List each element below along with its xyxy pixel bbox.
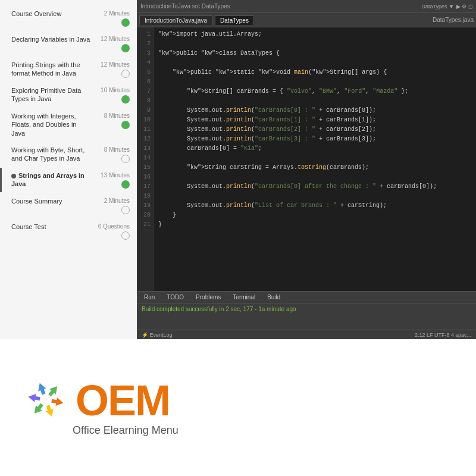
sidebar-item-course-overview[interactable]: Course Overview2 Minutes	[0, 6, 137, 30]
sidebar-item-declaring-variables[interactable]: Declaring Variables in Java12 Minutes	[0, 32, 137, 56]
sidebar-item-meta: 12 Minutes	[94, 35, 130, 52]
line-number: 14	[137, 154, 151, 163]
code-line: "kw">import java.util.Arrays;	[158, 30, 471, 39]
oem-brand-text: OEM	[76, 379, 170, 422]
sidebar-item-indicator	[121, 18, 130, 27]
sidebar-item-label: Course Summary	[11, 197, 94, 205]
sidebar-item-label: Declaring Variables in Java	[11, 35, 94, 43]
bottom-branding: OEM Office Elearning Menu	[0, 339, 476, 476]
toolbar-icons: ▶ ⚙ ◻	[456, 4, 472, 10]
sidebar-item-label: Working with Integers, Floats, and Doubl…	[11, 112, 94, 137]
line-number: 16	[137, 173, 151, 182]
line-number: 20	[137, 211, 151, 220]
bottom-tab-problems[interactable]: Problems	[192, 293, 224, 301]
sidebar-item-exploring-data-types[interactable]: Exploring Primitive Data Types in Java10…	[0, 83, 137, 107]
sidebar-item-duration: 2 Minutes	[104, 197, 130, 205]
top-section: Course Overview2 MinutesDeclaring Variab…	[0, 0, 476, 339]
sidebar-item-integers-floats[interactable]: Working with Integers, Floats, and Doubl…	[0, 108, 137, 141]
sidebar-item-label: Exploring Primitive Data Types in Java	[11, 86, 94, 104]
line-number: 13	[137, 144, 151, 154]
code-line: "kw">public "kw">class DataTypes {	[158, 49, 471, 58]
svg-marker-0	[36, 381, 48, 396]
sidebar-item-duration: 10 Minutes	[101, 86, 130, 94]
sidebar-item-meta: 2 Minutes	[94, 10, 130, 27]
sidebar-item-strings-arrays[interactable]: Strings and Arrays in Java13 Minutes	[0, 168, 137, 192]
svg-marker-2	[51, 397, 64, 407]
ide-breadcrumb: IntroductionToJava src DataTypes	[140, 3, 230, 10]
status-info: 2:12 LF UTF-8 4 spac...	[415, 332, 471, 338]
code-content[interactable]: "kw">import java.util.Arrays; "kw">publi…	[154, 27, 476, 291]
code-area[interactable]: 123456789101112131415161718192021 "kw">i…	[137, 27, 476, 291]
sidebar-item-char-types[interactable]: Working with Byte, Short, and Char Types…	[0, 142, 137, 167]
build-output: Build completed successfully in 2 sec, 1…	[137, 303, 476, 315]
code-line	[158, 39, 471, 49]
ide-tab-introductiontojava-java[interactable]: IntroductionToJava.java	[139, 15, 212, 25]
sidebar-item-indicator	[121, 70, 130, 78]
line-number: 4	[137, 58, 151, 68]
oem-tagline: Office Elearning Menu	[73, 424, 178, 437]
sidebar-item-label: Working with Byte, Short, and Char Types…	[11, 146, 94, 163]
code-line	[158, 77, 471, 87]
code-line: System.out.println("carBrands[0] after t…	[158, 182, 471, 192]
bottom-tab-run[interactable]: Run	[140, 293, 158, 301]
event-log: ⚡ EventLog	[142, 332, 173, 338]
course-sidebar: Course Overview2 MinutesDeclaring Variab…	[0, 0, 137, 339]
svg-marker-3	[44, 404, 56, 418]
code-line	[158, 154, 471, 163]
sidebar-item-duration: 13 Minutes	[101, 171, 130, 179]
sidebar-item-indicator	[121, 180, 130, 189]
sidebar-item-meta: 12 Minutes	[94, 61, 130, 78]
svg-marker-4	[31, 402, 45, 416]
sidebar-item-indicator	[121, 231, 130, 240]
code-line: System.out.println("carBrands[1] : " + c…	[158, 115, 471, 125]
line-number: 10	[137, 115, 151, 125]
sidebar-item-label: Course Test	[11, 223, 94, 231]
sidebar-item-duration: 8 Minutes	[104, 112, 130, 120]
context-dropdown[interactable]: DataTypes ▼	[422, 4, 454, 10]
code-line	[158, 96, 471, 106]
code-line: System.out.println("carBrands[2] : " + c…	[158, 125, 471, 134]
sidebar-item-meta: 10 Minutes	[94, 86, 130, 104]
ide-container: IntroductionToJava src DataTypes DataTyp…	[137, 0, 476, 339]
code-line: }	[158, 220, 471, 230]
oem-logo-container: OEM	[24, 379, 170, 422]
ide-bottom-panel: RunTODOProblemsTerminalBuild Build compl…	[137, 291, 476, 330]
line-number: 9	[137, 106, 151, 115]
sidebar-item-meta: 8 Minutes	[94, 146, 130, 163]
line-number: 21	[137, 220, 151, 230]
line-number: 17	[137, 182, 151, 192]
sidebar-item-indicator	[121, 206, 130, 214]
code-line	[158, 173, 471, 182]
bottom-tab-terminal[interactable]: Terminal	[229, 293, 259, 301]
code-line	[158, 192, 471, 201]
code-line: System.out.println("carBrands[0] : " + c…	[158, 106, 471, 115]
sidebar-item-course-summary[interactable]: Course Summary2 Minutes	[0, 193, 137, 218]
oem-arrows-icon	[24, 381, 68, 419]
line-number: 5	[137, 68, 151, 77]
sidebar-item-course-test[interactable]: Course Test6 Questions	[0, 219, 137, 243]
line-number: 11	[137, 125, 151, 134]
sidebar-item-indicator	[121, 95, 130, 104]
line-number: 2	[137, 39, 151, 49]
line-number: 8	[137, 96, 151, 106]
line-numbers: 123456789101112131415161718192021	[137, 27, 154, 291]
line-number: 12	[137, 134, 151, 144]
code-line: System.out.println("List of car brands :…	[158, 201, 471, 211]
file-label: DataTypes.java	[433, 17, 474, 23]
breadcrumb-text: IntroductionToJava src DataTypes	[140, 3, 230, 10]
sidebar-item-printing-strings[interactable]: Printing Strings with the format Method …	[0, 57, 137, 82]
sidebar-item-label: Printing Strings with the format Method …	[11, 61, 94, 78]
sidebar-item-duration: 12 Minutes	[101, 35, 130, 43]
sidebar-item-duration: 6 Questions	[98, 223, 130, 230]
sidebar-item-indicator	[121, 121, 130, 129]
line-number: 1	[137, 30, 151, 39]
line-number: 19	[137, 201, 151, 211]
bottom-tab-todo[interactable]: TODO	[163, 293, 187, 301]
ide-tab-datatypes[interactable]: DataTypes	[215, 15, 254, 25]
code-line: }	[158, 211, 471, 220]
bottom-tab-build[interactable]: Build	[264, 293, 284, 301]
active-bullet-icon	[11, 174, 16, 178]
ide-tab-bar: IntroductionToJava.javaDataTypes DataTyp…	[137, 13, 476, 27]
sidebar-item-duration: 12 Minutes	[101, 61, 130, 68]
sidebar-item-label: Strings and Arrays in Java	[11, 171, 94, 189]
